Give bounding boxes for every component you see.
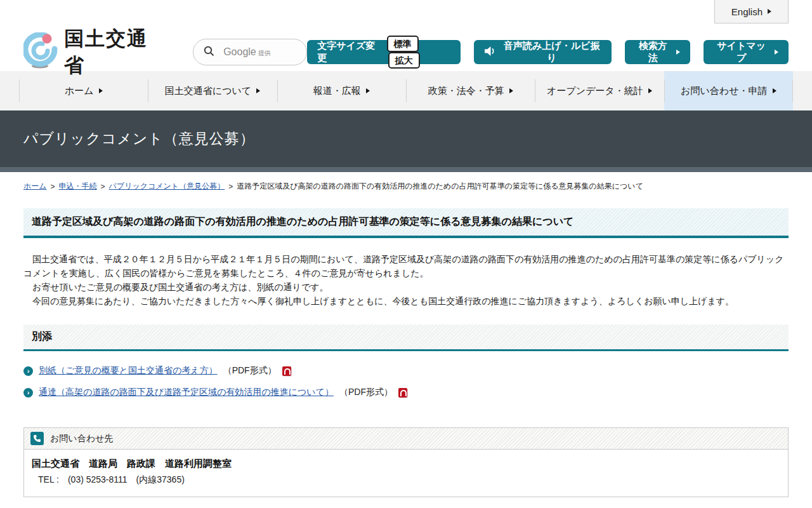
breadcrumb-current: 道路予定区域及び高架の道路の路面下の有効活用の推進のための占用許可基準の策定等に… — [237, 181, 643, 192]
contact-department: 国土交通省 道路局 路政課 道路利用調整室 — [32, 458, 780, 470]
sitemap-label: サイトマップ — [714, 40, 769, 64]
pdf-file-icon[interactable] — [282, 366, 291, 376]
main-content: ホーム > 申込・手続 > パブリックコメント（意見公募） > 道路予定区域及び… — [0, 172, 812, 508]
contact-header: お問い合わせ先 — [24, 428, 788, 450]
page-title: 道路予定区域及び高架の道路の路面下の有効活用の推進のための占用許可基準の策定等に… — [23, 208, 789, 238]
attachment-link-tsutatsu[interactable]: 通達（高架の道路の路面下及び道路予定区域の有効活用の推進について） — [39, 387, 334, 398]
paragraph: お寄せ頂いたご意見の概要及び国土交通省の考え方は、別紙の通りです。 — [23, 280, 789, 294]
breadcrumb-link-public-comment[interactable]: パブリックコメント（意見公募） — [109, 181, 225, 192]
search-placeholder: Google — [223, 46, 256, 57]
paragraph: 今回の意見募集にあたり、ご協力いただきました方々へ厚く御礼申し上げますとともに、… — [23, 294, 789, 308]
breadcrumb-separator: > — [228, 182, 233, 191]
nav-item-contact[interactable]: お問い合わせ・申請 — [664, 71, 793, 110]
chevron-right-icon — [509, 88, 513, 93]
attachment-list: › 別紙（ご意見の概要と国土交通省の考え方） （PDF形式） › 通達（高架の道… — [23, 364, 789, 399]
nav-item-label: 国土交通省について — [165, 85, 251, 97]
chevron-right-icon — [676, 50, 680, 55]
nav-item-press[interactable]: 報道・広報 — [277, 71, 406, 110]
nav-item-label: 報道・広報 — [313, 85, 361, 97]
pdf-file-icon[interactable] — [398, 388, 407, 398]
nav-item-policy[interactable]: 政策・法令・予算 — [406, 71, 535, 110]
text-to-speech-button[interactable]: 音声読み上げ・ルビ振り — [474, 40, 612, 64]
text-to-speech-label: 音声読み上げ・ルビ振り — [502, 40, 601, 64]
page-band: パブリックコメント（意見公募） — [0, 110, 812, 167]
chevron-right-icon — [768, 9, 771, 14]
paragraph: 国土交通省では、平成２０年１２月５日から平成２１年１月５日の期間において、道路予… — [23, 252, 789, 280]
contact-tel: TEL : (03) 5253-8111 (内線37365) — [32, 474, 780, 486]
nav-item-label: 政策・法令・予算 — [428, 85, 504, 97]
nav-item-label: オープンデータ・統計 — [547, 85, 643, 97]
english-button-label: English — [731, 6, 763, 17]
phone-icon — [30, 432, 44, 445]
nav-item-about[interactable]: 国土交通省について — [148, 71, 277, 110]
site-header: English 国土交通省 Google提 — [0, 0, 812, 71]
search-method-label: 検索方法 — [635, 40, 671, 64]
arrow-bullet-icon: › — [23, 366, 33, 376]
breadcrumb: ホーム > 申込・手続 > パブリックコメント（意見公募） > 道路予定区域及び… — [23, 181, 789, 192]
mlit-logo-icon — [23, 32, 58, 72]
attachment-row: › 別紙（ご意見の概要と国土交通省の考え方） （PDF形式） — [23, 364, 789, 378]
arrow-bullet-icon: › — [23, 388, 33, 398]
chevron-right-icon — [773, 88, 776, 93]
chevron-right-icon — [99, 88, 103, 93]
breadcrumb-separator: > — [101, 182, 105, 191]
main-nav: ホーム 国土交通省について 報道・広報 政策・法令・予算 オープンデータ・統計 … — [0, 71, 812, 110]
nav-item-label: お問い合わせ・申請 — [681, 85, 767, 97]
breadcrumb-link-procedures[interactable]: 申込・手続 — [59, 181, 97, 192]
contact-body: 国土交通省 道路局 路政課 道路利用調整室 TEL : (03) 5253-81… — [24, 450, 788, 497]
nav-item-opendata[interactable]: オープンデータ・統計 — [535, 71, 664, 110]
search-icon — [204, 46, 214, 59]
contact-box: お問い合わせ先 国土交通省 道路局 路政課 道路利用調整室 TEL : (03)… — [23, 427, 789, 497]
font-size-standard-button[interactable]: 標準 — [387, 36, 419, 52]
font-size-control: 文字サイズ変更 標準 拡大 — [307, 40, 461, 64]
breadcrumb-link-home[interactable]: ホーム — [23, 181, 47, 192]
body-text: 国土交通省では、平成２０年１２月５日から平成２１年１月５日の期間において、道路予… — [23, 252, 789, 308]
breadcrumb-separator: > — [51, 182, 55, 191]
font-size-large-button[interactable]: 拡大 — [388, 52, 420, 69]
english-button[interactable]: English — [714, 0, 789, 23]
nav-item-home[interactable]: ホーム — [19, 71, 148, 110]
attachment-format-label: （PDF形式） — [339, 387, 393, 398]
page-band-title: パブリックコメント（意見公募） — [23, 129, 255, 149]
attachment-format-label: （PDF形式） — [223, 365, 277, 377]
search-provider-suffix: 提供 — [258, 50, 271, 57]
attachments-heading: 別添 — [23, 324, 789, 351]
attachment-row: › 通達（高架の道路の路面下及び道路予定区域の有効活用の推進について） （PDF… — [23, 385, 789, 399]
nav-item-label: ホーム — [65, 85, 94, 97]
chevron-right-icon — [256, 88, 260, 93]
search-input[interactable]: Google提供 — [193, 39, 307, 65]
search-method-button[interactable]: 検索方法 — [625, 40, 690, 64]
chevron-right-icon — [366, 88, 370, 93]
speaker-icon — [484, 46, 496, 58]
sitemap-button[interactable]: サイトマップ — [704, 40, 789, 64]
contact-heading: お問い合わせ先 — [50, 433, 113, 444]
page-band-strip — [0, 167, 812, 172]
chevron-right-icon — [648, 88, 652, 93]
attachment-link-besshi[interactable]: 別紙（ご意見の概要と国土交通省の考え方） — [39, 365, 218, 377]
chevron-right-icon — [775, 50, 778, 55]
font-size-label: 文字サイズ変更 — [317, 40, 381, 64]
